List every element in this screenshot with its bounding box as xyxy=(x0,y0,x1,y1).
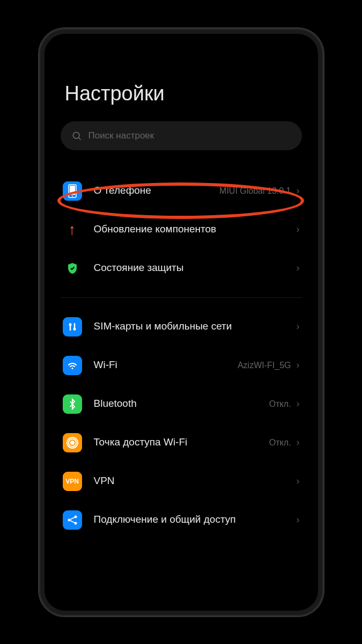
settings-item-hotspot[interactable]: Точка доступа Wi-Fi Откл. › xyxy=(61,423,302,462)
chevron-right-icon: › xyxy=(297,224,300,235)
shield-icon xyxy=(63,259,82,278)
share-icon xyxy=(63,510,82,530)
search-bar[interactable]: Поиск настроек xyxy=(61,121,302,150)
settings-item-label: SIM-карты и мобильные сети xyxy=(94,320,297,333)
settings-item-wifi[interactable]: Wi-Fi AzizWI-FI_5G › xyxy=(61,346,302,385)
settings-item-about-phone[interactable]: О телефоне MIUI Global 13.0.1 › xyxy=(61,172,302,210)
svg-point-4 xyxy=(72,195,73,196)
settings-item-component-update[interactable]: ↑ Обновление компонентов › xyxy=(61,210,302,249)
settings-item-value: Откл. xyxy=(269,399,291,409)
sim-icon xyxy=(63,317,82,336)
chevron-right-icon: › xyxy=(297,360,300,371)
svg-point-0 xyxy=(73,132,79,138)
svg-point-12 xyxy=(74,515,77,518)
settings-item-value: AzizWI-FI_5G xyxy=(238,361,291,370)
svg-line-1 xyxy=(78,137,80,140)
settings-item-bluetooth[interactable]: Bluetooth Откл. › xyxy=(61,385,302,423)
page-title: Настройки xyxy=(65,82,302,105)
update-arrow-icon: ↑ xyxy=(63,220,82,239)
settings-item-label: Подключение и общий доступ xyxy=(94,513,297,526)
svg-point-6 xyxy=(73,327,76,330)
chevron-right-icon: › xyxy=(297,262,300,274)
search-placeholder: Поиск настроек xyxy=(88,130,154,141)
settings-item-label: Обновление компонентов xyxy=(94,223,297,236)
settings-item-vpn[interactable]: VPN VPN › xyxy=(61,462,302,501)
chevron-right-icon: › xyxy=(297,398,300,409)
phone-screen: Настройки Поиск настроек О телефоне MIUI… xyxy=(45,34,318,611)
hotspot-icon xyxy=(63,433,82,452)
settings-item-label: О телефоне xyxy=(94,184,220,197)
phone-frame: Настройки Поиск настроек О телефоне MIUI… xyxy=(39,28,323,616)
search-icon xyxy=(71,130,82,141)
settings-item-label: Точка доступа Wi-Fi xyxy=(94,436,269,449)
phone-icon xyxy=(63,181,82,201)
settings-list: О телефоне MIUI Global 13.0.1 › ↑ Обновл… xyxy=(61,172,302,539)
chevron-right-icon: › xyxy=(297,437,300,448)
svg-line-15 xyxy=(70,521,75,523)
settings-item-label: Состояние защиты xyxy=(94,261,297,275)
settings-item-value: MIUI Global 13.0.1 xyxy=(219,186,291,196)
svg-point-8 xyxy=(71,441,74,444)
settings-item-security-state[interactable]: Состояние защиты › xyxy=(61,249,302,288)
vpn-icon: VPN xyxy=(63,472,82,491)
settings-item-label: VPN xyxy=(94,474,297,488)
settings-item-label: Wi-Fi xyxy=(94,358,238,372)
svg-point-5 xyxy=(69,323,71,326)
chevron-right-icon: › xyxy=(297,321,300,332)
svg-point-11 xyxy=(68,518,70,521)
svg-point-13 xyxy=(74,522,77,524)
settings-item-value: Откл. xyxy=(269,438,291,448)
bluetooth-icon xyxy=(63,394,82,414)
settings-item-label: Bluetooth xyxy=(94,397,269,411)
settings-item-sim-cards[interactable]: SIM-карты и мобильные сети › xyxy=(61,308,302,346)
wifi-icon xyxy=(63,356,82,375)
svg-rect-3 xyxy=(70,186,75,195)
svg-line-14 xyxy=(70,517,75,519)
section-divider xyxy=(61,297,302,298)
chevron-right-icon: › xyxy=(297,185,300,196)
svg-point-7 xyxy=(71,368,73,369)
chevron-right-icon: › xyxy=(297,475,300,487)
settings-item-connection-sharing[interactable]: Подключение и общий доступ › xyxy=(61,501,302,539)
chevron-right-icon: › xyxy=(297,514,300,525)
